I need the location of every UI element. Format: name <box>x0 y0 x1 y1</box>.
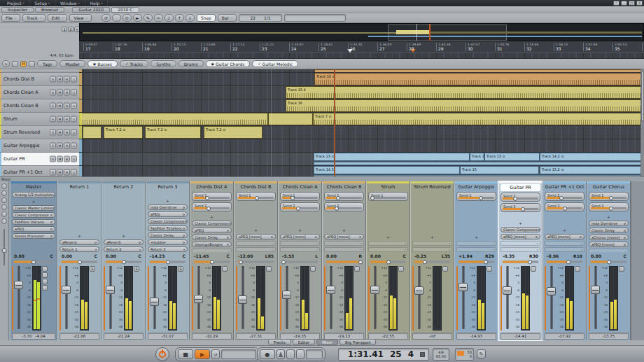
clip-track-7[interactable]: Track 7 ⊙ <box>313 113 644 125</box>
track-header-strum[interactable]: StrumSMR▫ <box>0 113 79 126</box>
tag-option-button-1[interactable] <box>12 61 18 67</box>
pan-slider[interactable] <box>369 259 407 265</box>
pan-slider[interactable] <box>237 259 275 265</box>
fader-cap[interactable] <box>62 286 71 294</box>
track-strum-button-item[interactable]: ▫ <box>71 116 77 123</box>
track-guitar-pr-1-oct-button-r[interactable]: R <box>64 169 70 176</box>
clip-track-10[interactable]: Track 10 ⊙ <box>314 73 644 85</box>
plugin-fabfilter-volcano[interactable]: FabFilter Volcano <box>12 219 55 225</box>
track-strum-reversed-button-r[interactable]: R <box>64 130 70 136</box>
fader-cap[interactable] <box>238 295 247 304</box>
pan-slider[interactable] <box>413 259 451 265</box>
track-chords-clean-b-button-s[interactable]: S <box>50 103 56 109</box>
clip-track-15-4[interactable]: Track 15.4 <box>286 86 644 99</box>
routing-selector-1[interactable]: ▾ <box>456 241 496 246</box>
pan-thumb[interactable] <box>386 260 391 264</box>
edit-profile-button[interactable]: ✎ <box>477 349 486 358</box>
pan-thumb[interactable] <box>31 260 36 264</box>
plugin-classic-delay[interactable]: Classic Delay <box>589 228 629 233</box>
engine-power-button[interactable] <box>155 347 169 361</box>
redo-button[interactable] <box>112 14 121 22</box>
add-device-button[interactable]: + <box>236 228 276 232</box>
pan-thumb[interactable] <box>166 260 170 264</box>
track-chords-clean-b-button-r[interactable]: R <box>64 103 70 109</box>
side-button-1[interactable] <box>575 266 580 272</box>
track-header-chords-dist-b[interactable]: Chords Dist BSMR▫ <box>0 73 79 86</box>
toolbar-menu-edit[interactable]: Edit▾ <box>48 14 68 22</box>
tab-inspector[interactable]: Inspector <box>1 7 34 13</box>
audition-tool[interactable]: ♪ <box>164 14 174 22</box>
plugin-classic-compressor[interactable]: Classic Compressor <box>148 218 188 224</box>
send-slider-send-1[interactable]: Send 1 <box>368 192 408 201</box>
track-header-chords-clean-b[interactable]: Chords Clean BSMR▫ <box>0 99 79 113</box>
name-field[interactable] <box>284 14 346 22</box>
send-slider-send-2[interactable]: Send 2 <box>545 192 584 201</box>
plugin-classic-compressor[interactable]: Classic Compressor <box>12 212 55 218</box>
send-slider-send-2[interactable]: Send 2 <box>192 202 232 211</box>
source-selector[interactable]: Return 1▾ <box>59 246 99 252</box>
plugin-apeq-mono[interactable]: aPEQ [mono] <box>324 234 364 239</box>
pan-thumb[interactable] <box>566 260 570 264</box>
tag-toggle-guitar-melodic[interactable]: ✓Guitar Melodic <box>252 60 298 67</box>
routing-selector-2[interactable]: ▾ <box>456 247 496 252</box>
fader-cap[interactable] <box>282 291 291 299</box>
track-header-strum-reversed[interactable]: Strum ReversedSMR▫ <box>0 126 79 139</box>
overview-zoom-1[interactable]: 1 <box>62 27 67 32</box>
volume-fader[interactable] <box>591 266 600 332</box>
side-button-1[interactable] <box>310 266 316 272</box>
draw-tool[interactable]: ✎ <box>144 14 153 22</box>
mixer-rail-slider[interactable] <box>4 229 5 265</box>
fader-cap[interactable] <box>194 295 203 303</box>
track-chords-dist-b-button-m[interactable]: M <box>57 76 63 83</box>
volume-fader[interactable] <box>414 266 424 332</box>
mixer-rail-button-6[interactable] <box>1 218 7 224</box>
undo-button[interactable]: ↺ <box>102 14 111 22</box>
clip-track-13[interactable]: Track 13 ⊙ <box>484 153 540 161</box>
volume-fader[interactable] <box>282 266 291 332</box>
send-slider-send-2[interactable]: Send 2 <box>324 202 364 211</box>
view-tab-mixer[interactable]: Mixer <box>316 339 338 345</box>
send-thumb[interactable] <box>563 207 567 211</box>
volume-fader[interactable] <box>14 266 23 332</box>
fader-cap[interactable] <box>458 283 468 291</box>
fader-cap[interactable] <box>106 286 115 294</box>
send-slider-send-1[interactable]: Send 1 <box>280 192 320 201</box>
toolbar-menu-track[interactable]: Track▾ <box>22 14 46 22</box>
send-slider-send-1[interactable]: Send 1 <box>456 192 496 201</box>
side-button-4[interactable] <box>42 285 48 291</box>
volume-fader[interactable] <box>106 266 115 332</box>
track-chords-clean-a-button-r[interactable]: R <box>64 90 70 96</box>
position-readout[interactable]: 22 1/1 <box>239 14 282 22</box>
window-button-2[interactable]: – <box>621 1 627 6</box>
track-chords-dist-b-button-s[interactable]: S <box>50 76 56 83</box>
magnify-tool[interactable]: ⊙ <box>122 14 132 22</box>
plugin-classic-compressor[interactable]: Classic Compressor <box>192 221 232 226</box>
plugin-apeq[interactable]: aPEQ <box>192 228 232 233</box>
split-tool[interactable]: ✂ <box>154 14 163 22</box>
clip-track-7-2[interactable]: Track 7.2 ⊙ <box>104 126 143 139</box>
arrangement-overview[interactable] <box>79 23 644 41</box>
side-button-1[interactable] <box>398 266 404 272</box>
side-button-s[interactable]: S <box>178 266 183 272</box>
routing-selector-2[interactable]: ▾ <box>545 247 584 252</box>
tag-toggle-guitar-chords[interactable]: ◉Guitar Chords <box>206 60 251 67</box>
pan-slider[interactable] <box>60 259 99 265</box>
clip-track-14-3[interactable]: Track 14.3 <box>314 166 460 174</box>
routing-selector-2[interactable]: ▾ <box>280 247 320 252</box>
add-device-button[interactable]: + <box>368 235 408 239</box>
mixer-rail-button-5[interactable] <box>1 211 7 217</box>
send-thumb[interactable] <box>559 196 564 200</box>
view-tab-tracks[interactable]: Tracks <box>268 339 291 345</box>
pan-slider[interactable] <box>545 259 584 265</box>
plugin-apeq[interactable]: aPEQ <box>148 211 188 217</box>
select-tool[interactable]: ► <box>133 14 142 22</box>
output-selector[interactable]: Analog 1/2 Audiophile▾ <box>12 192 55 197</box>
track-guitar-arpeggio-button-r[interactable]: R <box>64 143 70 149</box>
play-button[interactable]: ▶ <box>195 349 210 359</box>
plugin-apeq-mono[interactable]: aPEQ [mono] <box>236 234 276 239</box>
plugin-areverb[interactable]: aReverb <box>59 239 99 245</box>
highlight-button[interactable]: H <box>20 61 27 67</box>
track-chords-clean-a-button-item[interactable]: ▫ <box>71 90 77 96</box>
view-tab-editor[interactable]: Editor <box>293 339 315 345</box>
side-button-1[interactable] <box>222 266 227 272</box>
